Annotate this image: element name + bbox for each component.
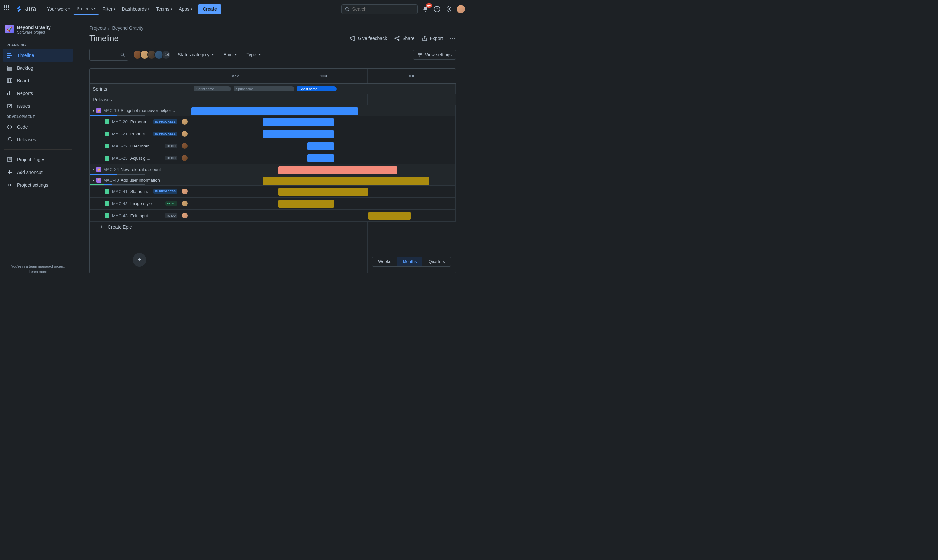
project-settings-icon — [6, 182, 13, 188]
story-icon — [105, 213, 109, 218]
global-search[interactable] — [341, 4, 417, 14]
story-bar[interactable] — [308, 154, 334, 162]
assignee-avatar[interactable] — [182, 200, 188, 206]
story-row[interactable]: MAC-42Image styleDONE — [89, 198, 191, 209]
zoom-quarters[interactable]: Quarters — [422, 257, 451, 266]
story-row[interactable]: MAC-20Persona…IN PROGRESS — [89, 116, 191, 128]
story-icon — [105, 201, 109, 206]
svg-point-30 — [418, 53, 419, 54]
epic-row[interactable]: ▸⚡MAC-24New referral discount — [89, 164, 191, 174]
settings-icon[interactable] — [445, 5, 453, 13]
share-button[interactable]: Share — [394, 35, 414, 42]
nav-projects[interactable]: Projects▾ — [73, 3, 99, 15]
story-row[interactable]: MAC-43Edit input formTO DO — [89, 210, 191, 222]
svg-rect-11 — [8, 79, 9, 83]
view-settings-button[interactable]: View settings — [413, 50, 456, 60]
sidebar-releases[interactable]: Releases — [3, 134, 73, 146]
export-button[interactable]: Export — [422, 35, 443, 42]
epic-icon: ⚡ — [96, 178, 101, 183]
nav-teams[interactable]: Teams▾ — [153, 3, 176, 15]
nav-apps[interactable]: Apps▾ — [176, 3, 196, 15]
profile-avatar[interactable] — [457, 5, 465, 13]
sidebar-project-settings[interactable]: Project settings — [3, 179, 73, 191]
app-switcher-icon[interactable] — [4, 5, 12, 13]
story-bar[interactable] — [279, 200, 334, 208]
give-feedback-button[interactable]: Give feedback — [350, 35, 387, 42]
project-header[interactable]: 🚀 Beyond Gravity Software project — [3, 25, 73, 41]
sidebar-add-shortcut[interactable]: Add shortcut — [3, 166, 73, 178]
epic-bar[interactable] — [279, 166, 397, 174]
zoom-weeks[interactable]: Weeks — [372, 257, 397, 266]
epic-filter[interactable]: Epic▾ — [221, 50, 239, 59]
assignee-avatar[interactable] — [182, 155, 188, 161]
zoom-months[interactable]: Months — [397, 257, 423, 266]
sidebar-board[interactable]: Board — [3, 75, 73, 87]
status-filter[interactable]: Status category▾ — [175, 50, 216, 59]
svg-point-18 — [9, 184, 11, 186]
notifications-icon[interactable]: 9+ — [422, 5, 429, 13]
crumb-projects[interactable]: Projects — [89, 25, 106, 31]
epic-row[interactable]: ▾⚡MAC-40Add user information — [89, 175, 191, 185]
sprint-chip[interactable]: Sprint name — [234, 86, 294, 91]
svg-rect-5 — [8, 53, 11, 54]
sidebar-code[interactable]: Code — [3, 121, 73, 133]
sprint-chip-active[interactable]: Sprint name — [297, 86, 337, 91]
timeline-search[interactable] — [89, 49, 128, 60]
chevron-icon[interactable]: ▾ — [93, 109, 94, 112]
jira-logo[interactable]: Jira — [15, 5, 36, 13]
chevron-icon[interactable]: ▾ — [93, 178, 94, 182]
story-bar[interactable] — [279, 188, 368, 196]
learn-more-link[interactable]: Learn more — [5, 269, 71, 274]
chevron-icon[interactable]: ▸ — [93, 168, 94, 171]
story-row[interactable]: MAC-41Status in…IN PROGRESS — [89, 186, 191, 197]
epic-icon: ⚡ — [96, 108, 101, 113]
svg-rect-10 — [8, 69, 12, 70]
nav-filter[interactable]: Filter▾ — [99, 3, 119, 15]
svg-line-1 — [348, 10, 350, 11]
timeline-icon — [6, 52, 13, 58]
assignee-avatar[interactable] — [182, 131, 188, 137]
type-filter[interactable]: Type▾ — [244, 50, 263, 59]
assignee-avatar[interactable] — [182, 143, 188, 149]
svg-rect-13 — [11, 79, 12, 83]
assignee-filter[interactable]: +14 — [133, 50, 171, 59]
epic-row[interactable]: ▾⚡MAC-19Slingshot maneuver helper… — [89, 105, 191, 115]
more-actions-button[interactable]: ··· — [450, 35, 456, 42]
story-bar[interactable] — [262, 118, 334, 126]
project-type: Software project — [17, 30, 51, 34]
crumb-project[interactable]: Beyond Gravity — [112, 25, 143, 31]
nav-your-work[interactable]: Your work▾ — [44, 3, 73, 15]
sidebar-reports[interactable]: Reports — [3, 87, 73, 100]
story-row[interactable]: MAC-22User interactio…TO DO — [89, 140, 191, 152]
story-bar[interactable] — [262, 130, 334, 138]
svg-point-20 — [398, 36, 400, 38]
sidebar-issues[interactable]: Issues — [3, 100, 73, 112]
sidebar-timeline[interactable]: Timeline — [3, 49, 73, 62]
assignee-avatar[interactable] — [182, 189, 188, 194]
sidebar-backlog[interactable]: Backlog — [3, 62, 73, 74]
svg-point-25 — [121, 53, 124, 56]
svg-line-22 — [396, 37, 398, 38]
nav-dashboards[interactable]: Dashboards▾ — [119, 3, 153, 15]
project-pages-icon — [6, 156, 13, 163]
story-icon — [105, 155, 109, 160]
create-button[interactable]: Create — [198, 4, 222, 14]
story-row[interactable]: MAC-23Adjust global s…TO DO — [89, 152, 191, 164]
create-epic-button[interactable]: +Create Epic — [89, 222, 191, 232]
story-bar[interactable] — [368, 212, 411, 220]
search-input[interactable] — [352, 6, 414, 12]
story-row[interactable]: MAC-21Product…IN PROGRESS — [89, 128, 191, 140]
section-development: DEVELOPMENT — [3, 113, 73, 120]
story-icon — [105, 189, 109, 194]
add-fab[interactable]: + — [132, 253, 146, 267]
sprint-chip[interactable]: Sprint name — [194, 86, 231, 91]
assignee-avatar[interactable] — [182, 119, 188, 125]
topbar: Jira Your work▾Projects▾Filter▾Dashboard… — [0, 0, 469, 18]
epic-bar[interactable] — [262, 177, 429, 185]
status-badge: IN PROGRESS — [153, 189, 177, 194]
assignee-avatar[interactable] — [182, 212, 188, 218]
story-bar[interactable] — [308, 142, 334, 150]
sidebar-project-pages[interactable]: Project Pages — [3, 153, 73, 166]
epic-bar[interactable] — [191, 108, 358, 115]
help-icon[interactable]: ? — [433, 5, 441, 13]
